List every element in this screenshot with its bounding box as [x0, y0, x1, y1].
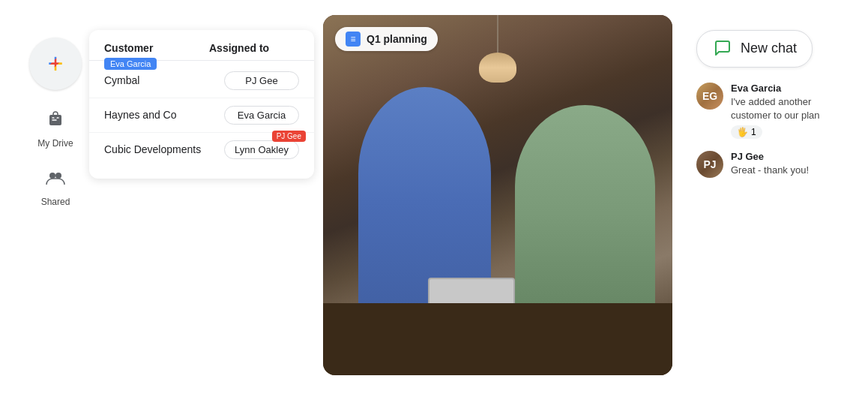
booth-seat [323, 303, 672, 375]
msg-content: PJ Gee Great - thank you! [731, 151, 846, 177]
chat-panel: New chat EG Eva Garcia I've added anothe… [681, 15, 846, 190]
reaction-badge: 🖐 1 [731, 125, 762, 139]
msg-content: Eva Garcia I've added another customer t… [731, 83, 846, 139]
sidebar: + My Drive Shared [22, 15, 89, 207]
shared-label: Shared [41, 197, 70, 207]
chat-message: EG Eva Garcia I've added another custome… [696, 83, 846, 139]
customer-name: Eva Garcia Cymbal [104, 74, 224, 86]
table-row: Cubic Developments Lynn Oakley PJ Gee [89, 133, 314, 167]
my-drive-label: My Drive [37, 138, 73, 149]
sidebar-item-my-drive[interactable]: My Drive [37, 105, 73, 149]
table-row: Eva Garcia Cymbal PJ Gee [89, 64, 314, 98]
new-chat-button[interactable]: New chat [696, 30, 813, 68]
svg-point-1 [54, 116, 57, 119]
new-button[interactable]: + [29, 38, 82, 90]
chat-icon [712, 38, 733, 59]
table-row: Haynes and Co Eva Garcia [89, 98, 314, 133]
meeting-photo [323, 15, 672, 375]
light-fixture [479, 15, 516, 90]
new-chat-label: New chat [741, 41, 797, 56]
msg-sender: PJ Gee [731, 151, 846, 162]
avatar: EG [696, 83, 723, 110]
assigned-button[interactable]: PJ Gee [224, 71, 299, 90]
doc-icon: ≡ [346, 32, 361, 47]
chat-message: PJ PJ Gee Great - thank you! [696, 151, 846, 178]
svg-point-2 [49, 173, 55, 179]
pj-gee-badge: PJ Gee [272, 131, 306, 142]
light-shade [479, 53, 516, 83]
q1-planning-badge: ≡ Q1 planning [335, 27, 438, 51]
col-assigned-header: Assigned to [209, 42, 299, 54]
reaction-emoji: 🖐 [737, 127, 748, 137]
shared-icon [40, 164, 70, 194]
col-customer-header: Customer [104, 42, 209, 54]
planning-badge-text: Q1 planning [367, 33, 427, 45]
sidebar-item-shared[interactable]: Shared [40, 164, 70, 207]
plus-icon: + [47, 48, 63, 80]
meeting-image: ≡ Q1 planning [323, 15, 672, 375]
msg-text: I've added another customer to our plan [731, 95, 846, 122]
assigned-button[interactable]: Lynn Oakley PJ Gee [224, 140, 299, 159]
customer-name: Haynes and Co [104, 109, 224, 121]
svg-point-3 [55, 173, 61, 179]
customer-table: Customer Assigned to Eva Garcia Cymbal P… [89, 30, 314, 179]
msg-text: Great - thank you! [731, 164, 846, 177]
avatar: PJ [696, 151, 723, 178]
reaction-count: 1 [751, 127, 756, 137]
eva-garcia-badge: Eva Garcia [104, 58, 157, 70]
msg-sender: Eva Garcia [731, 83, 846, 94]
customer-name: Cubic Developments [104, 143, 224, 155]
assigned-button[interactable]: Eva Garcia [224, 106, 299, 125]
light-cord [497, 15, 498, 53]
drive-icon [40, 105, 70, 135]
